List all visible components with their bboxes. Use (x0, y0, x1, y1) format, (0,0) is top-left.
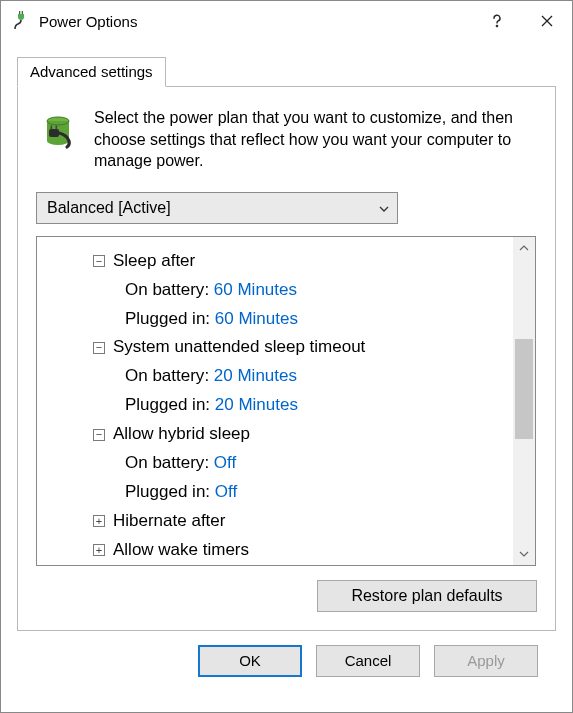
tree-setting-value[interactable]: Off (215, 482, 237, 501)
power-plan-dropdown[interactable]: Balanced [Active] (36, 192, 398, 224)
separator: : (204, 366, 213, 385)
scroll-up-button[interactable] (513, 237, 535, 259)
help-button[interactable] (472, 1, 522, 41)
scroll-down-button[interactable] (513, 543, 535, 565)
tree-setting-label: On battery (125, 280, 204, 299)
tree-setting-value[interactable]: 60 Minutes (214, 280, 297, 299)
intro-text: Select the power plan that you want to c… (94, 107, 537, 172)
collapse-icon[interactable]: − (93, 342, 105, 354)
settings-tree: −Sleep afterOn battery: 60 MinutesPlugge… (36, 236, 536, 566)
tree-setting[interactable]: Plugged in: Off (51, 478, 507, 507)
power-plan-selected: Balanced [Active] (47, 199, 171, 217)
restore-defaults-button[interactable]: Restore plan defaults (317, 580, 537, 612)
tree-setting[interactable]: On battery: Off (51, 449, 507, 478)
restore-row: Restore plan defaults (36, 580, 537, 612)
tab-panel: Select the power plan that you want to c… (17, 86, 556, 631)
ok-button[interactable]: OK (198, 645, 302, 677)
apply-button[interactable]: Apply (434, 645, 538, 677)
titlebar: Power Options (1, 1, 572, 41)
tree-group[interactable]: +Allow wake timers (51, 536, 507, 565)
tree-group[interactable]: +Hibernate after (51, 507, 507, 536)
tree-setting-value[interactable]: Off (214, 453, 236, 472)
content-area: Advanced settings Select the power plan … (1, 41, 572, 689)
svg-rect-1 (22, 11, 23, 14)
tree-group-label: System unattended sleep timeout (113, 337, 365, 356)
svg-rect-7 (56, 126, 58, 130)
scroll-thumb[interactable] (515, 339, 533, 439)
ok-label: OK (239, 652, 261, 669)
dialog-footer: OK Cancel Apply (17, 631, 556, 677)
close-button[interactable] (522, 1, 572, 41)
tree-setting-value[interactable]: 20 Minutes (215, 395, 298, 414)
tree-setting-value[interactable]: 20 Minutes (214, 366, 297, 385)
intro-block: Select the power plan that you want to c… (36, 107, 537, 172)
chevron-down-icon (379, 201, 389, 215)
separator: : (205, 309, 214, 328)
tree-setting-label: On battery (125, 453, 204, 472)
tree-setting-label: Plugged in (125, 482, 205, 501)
restore-defaults-label: Restore plan defaults (351, 587, 502, 605)
cancel-button[interactable]: Cancel (316, 645, 420, 677)
tree-setting[interactable]: On battery: 60 Minutes (51, 276, 507, 305)
cancel-label: Cancel (345, 652, 392, 669)
tree-setting[interactable]: Plugged in: 20 Minutes (51, 391, 507, 420)
tree-setting-label: Plugged in (125, 309, 205, 328)
svg-rect-6 (51, 126, 53, 130)
tree-group[interactable]: −System unattended sleep timeout (51, 333, 507, 362)
tree-setting-label: Plugged in (125, 395, 205, 414)
power-plug-icon (11, 11, 31, 31)
separator: : (205, 482, 214, 501)
separator: : (204, 280, 213, 299)
tree-setting[interactable]: Plugged in: 60 Minutes (51, 305, 507, 334)
tree-setting[interactable]: On battery: 20 Minutes (51, 362, 507, 391)
tree-setting-value[interactable]: 60 Minutes (215, 309, 298, 328)
tree-setting-label: On battery (125, 366, 204, 385)
expand-icon[interactable]: + (93, 515, 105, 527)
svg-rect-0 (19, 11, 20, 14)
tree-group-label: Allow wake timers (113, 540, 249, 559)
tree-group[interactable]: −Sleep after (51, 247, 507, 276)
separator: : (205, 395, 214, 414)
settings-tree-viewport: −Sleep afterOn battery: 60 MinutesPlugge… (37, 237, 513, 565)
tree-group-label: Sleep after (113, 251, 195, 270)
tab-advanced-settings[interactable]: Advanced settings (17, 57, 166, 87)
tree-group[interactable]: −Allow hybrid sleep (51, 420, 507, 449)
tab-label: Advanced settings (30, 63, 153, 80)
power-options-large-icon (36, 107, 80, 158)
vertical-scrollbar[interactable] (513, 237, 535, 565)
collapse-icon[interactable]: − (93, 255, 105, 267)
window-title: Power Options (39, 13, 472, 30)
collapse-icon[interactable]: − (93, 429, 105, 441)
expand-icon[interactable]: + (93, 544, 105, 556)
tree-group-label: Allow hybrid sleep (113, 424, 250, 443)
svg-point-2 (496, 25, 498, 27)
apply-label: Apply (467, 652, 505, 669)
tab-row: Advanced settings (17, 57, 556, 87)
scroll-track[interactable] (513, 259, 535, 543)
separator: : (204, 453, 213, 472)
tree-group-label: Hibernate after (113, 511, 225, 530)
